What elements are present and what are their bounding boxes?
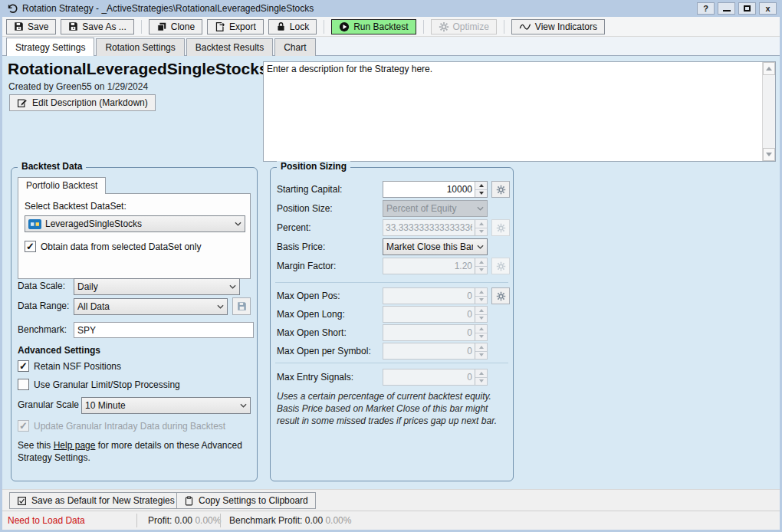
granular-limit-checkbox[interactable]: ✓ — [18, 379, 29, 390]
starting-capital-input[interactable] — [383, 182, 475, 197]
play-circle-icon — [339, 21, 350, 32]
tab-rotation-settings[interactable]: Rotation Settings — [96, 38, 184, 56]
data-range-dropdown[interactable]: All Data — [74, 298, 228, 315]
lock-button[interactable]: Lock — [268, 19, 317, 34]
position-size-dropdown: Percent of Equity — [383, 200, 488, 217]
chevron-down-icon — [235, 222, 242, 226]
max-open-pos-gear-button[interactable] — [491, 287, 510, 304]
spin-down-button — [475, 351, 487, 360]
app-window: Rotation Strategy - _ActiveStrategies\Ro… — [0, 0, 782, 532]
toolbar-separator — [423, 20, 424, 34]
clone-button[interactable]: Clone — [149, 19, 202, 34]
floppy-icon — [237, 301, 247, 311]
edit-description-button[interactable]: Edit Description (Markdown) — [9, 94, 156, 111]
update-granular-checkbox: ✓ — [18, 420, 29, 432]
save-as-button[interactable]: Save As ... — [61, 19, 133, 34]
run-backtest-button[interactable]: Run Backtest — [331, 19, 416, 34]
max-open-per-symbol-label: Max Open per Symbol: — [277, 346, 371, 356]
retain-nsf-checkbox-row[interactable]: ✓ Retain NSF Positions — [18, 360, 121, 372]
starting-capital-gear-button[interactable] — [491, 181, 510, 198]
save-as-default-button[interactable]: Save as Default for New Strategies — [9, 492, 182, 509]
max-open-per-symbol-spinner — [383, 343, 488, 360]
margin-factor-gear-button — [491, 258, 510, 274]
advanced-help-text: See this Help page for more details on t… — [18, 439, 249, 464]
data-range-label: Data Range: — [18, 300, 69, 311]
spin-down-button — [475, 228, 487, 236]
minimize-icon — [723, 10, 731, 11]
save-button[interactable]: Save — [6, 19, 56, 34]
tab-backtest-results[interactable]: Backtest Results — [186, 38, 273, 56]
basis-price-dropdown[interactable]: Market Close this Bar — [383, 238, 488, 255]
spin-down-button — [475, 377, 487, 386]
checkbox-check-icon — [17, 496, 27, 506]
obtain-data-checkbox-row[interactable]: ✓ Obtain data from selected DataSet only — [25, 241, 201, 252]
strategy-settings-page: RotationalLeveragedSingleStocks Created … — [2, 56, 780, 489]
maximize-button[interactable] — [738, 2, 756, 15]
description-textarea[interactable]: Enter a description for the Strategy her… — [264, 62, 762, 161]
starting-capital-label: Starting Capital: — [277, 184, 342, 195]
description-editor: Enter a description for the Strategy her… — [263, 61, 776, 162]
granular-scale-dropdown[interactable]: 10 Minute — [81, 397, 251, 414]
title-bar: Rotation Strategy - _ActiveStrategies\Ro… — [2, 0, 780, 17]
data-scale-label: Data Scale: — [18, 281, 65, 291]
percent-label: Percent: — [277, 222, 311, 233]
spin-down-button — [475, 333, 487, 341]
gear-icon — [496, 291, 506, 301]
description-scrollbar[interactable] — [762, 62, 775, 161]
scroll-down-button[interactable] — [763, 148, 775, 161]
tab-chart[interactable]: Chart — [274, 38, 315, 56]
toolbar: Save Save As ... Clone Export Lock Run B… — [2, 17, 780, 37]
percent-gear-button — [491, 219, 510, 236]
help-page-link[interactable]: Help page — [54, 440, 96, 451]
percent-spinner — [383, 219, 488, 236]
triangle-up-icon — [766, 67, 772, 71]
dataset-dropdown[interactable]: LeveragedSingleStocks — [25, 215, 245, 232]
position-sizing-title: Position Sizing — [277, 161, 350, 172]
max-open-long-spinner — [383, 306, 488, 323]
data-scale-dropdown[interactable]: Daily — [74, 278, 240, 295]
chevron-down-icon — [229, 284, 236, 289]
max-entry-signals-spinner — [383, 369, 488, 386]
margin-factor-label: Margin Factor: — [277, 261, 336, 271]
benchmark-profit-percent: 0.00% — [325, 515, 351, 526]
benchmark-input[interactable] — [74, 322, 254, 338]
spin-down-button[interactable] — [475, 189, 487, 198]
minimize-button[interactable] — [718, 2, 735, 15]
granular-limit-checkbox-row[interactable]: ✓ Use Granular Limit/Stop Processing — [18, 379, 180, 390]
obtain-data-checkbox[interactable]: ✓ — [25, 241, 36, 252]
portfolio-backtest-tab[interactable]: Portfolio Backtest — [18, 177, 106, 194]
help-button[interactable]: ? — [697, 2, 715, 15]
view-indicators-button[interactable]: View Indicators — [511, 19, 605, 34]
spin-up-button — [475, 325, 487, 333]
status-bar: Need to Load Data Profit: 0.00 0.00% Ben… — [2, 511, 780, 530]
separator — [275, 282, 508, 283]
footer-bar: Save as Default for New Strategies Copy … — [2, 489, 780, 511]
rotate-ccw-icon — [7, 3, 18, 15]
max-open-short-input — [383, 325, 475, 340]
optimize-button[interactable]: Optimize — [431, 19, 497, 34]
retain-nsf-checkbox[interactable]: ✓ — [18, 360, 29, 372]
margin-factor-input — [383, 258, 475, 274]
copy-settings-button[interactable]: Copy Settings to Clipboard — [176, 492, 316, 509]
gear-icon — [496, 223, 506, 233]
backtest-data-group: Backtest Data Portfolio Backtest Select … — [11, 167, 258, 481]
floppy-icon — [14, 21, 24, 31]
spin-up-button — [475, 369, 487, 377]
separator — [275, 363, 508, 363]
starting-capital-spinner — [383, 181, 488, 198]
granular-limit-label: Use Granular Limit/Stop Processing — [34, 379, 180, 390]
maximize-icon — [744, 5, 751, 11]
scroll-up-button[interactable] — [763, 62, 775, 75]
spin-up-button[interactable] — [475, 182, 487, 189]
portfolio-backtest-panel: Select Backtest DataSet: LeveragedSingle… — [18, 193, 251, 279]
max-open-pos-input — [383, 288, 475, 304]
created-by-text: Created by Green55 on 1/29/2024 — [8, 81, 148, 92]
max-open-pos-label: Max Open Pos: — [277, 291, 340, 301]
close-button[interactable]: x — [759, 2, 777, 15]
export-button[interactable]: Export — [207, 19, 264, 34]
tab-strategy-settings[interactable]: Strategy Settings — [6, 38, 94, 56]
granular-scale-label: Granular Scale — [18, 399, 79, 410]
save-data-range-button[interactable] — [232, 297, 251, 315]
dataset-icon — [28, 219, 41, 229]
gear-icon — [439, 21, 449, 32]
